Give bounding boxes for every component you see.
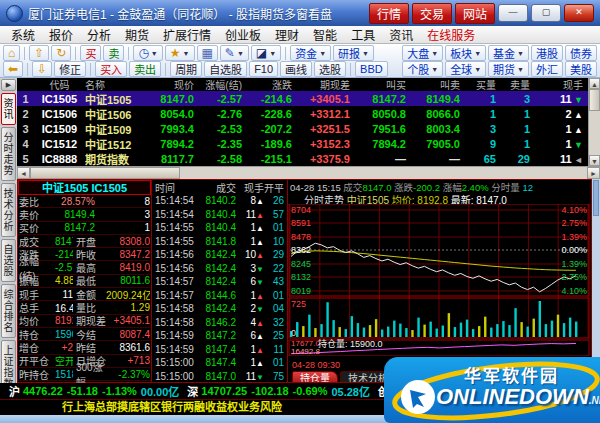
global-menu[interactable]: 全球▼	[445, 61, 486, 77]
toolbar-button-label: 债券	[570, 45, 592, 61]
table-row-IC8888[interactable]: 5IC8888期货指数8117.7-2.58-215.1+3375.9——652…	[17, 151, 588, 166]
menu-item-资讯[interactable]: 资讯	[382, 26, 420, 43]
page-up-icon: ⇧	[34, 46, 44, 60]
column-header-买量[interactable]: 买量	[463, 77, 499, 92]
funds-menu[interactable]: 资金▼	[290, 45, 331, 61]
menu-item-创业板[interactable]: 创业板	[218, 26, 268, 43]
f10-button[interactable]: F10	[249, 61, 278, 77]
bbd-button[interactable]: BBD	[355, 61, 388, 77]
column-header-现价[interactable]: 现价	[147, 77, 197, 92]
hk-stock-button[interactable]: 港股	[531, 45, 563, 61]
stockpick-button[interactable]: 选股	[314, 61, 346, 77]
scroll-thumb[interactable]	[593, 180, 599, 216]
toolbar-separator	[128, 47, 129, 60]
app-window: 厦门证券电信1 - 金鼓盈通（同花顺） - 股指期货多窗看盘 行情交易网站 — …	[0, 0, 600, 423]
buy-in-button[interactable]: 买入	[95, 61, 127, 77]
column-header-现手[interactable]: 现手	[533, 77, 586, 92]
page-up-icon[interactable]: ⇧	[29, 45, 49, 61]
quote-vertical-scrollbar[interactable]: ▲ ▼	[588, 78, 600, 166]
column-header-代码[interactable]: 代码	[37, 77, 85, 92]
table-row-IC1506[interactable]: 2IC1506中证15068054.0-2.76-228.6+3312.1805…	[17, 106, 588, 121]
menu-item-期货[interactable]: 期货	[118, 26, 156, 43]
table-row-IC1512[interactable]: 4IC1512中证15127894.2-2.35-189.6+3152.3789…	[17, 136, 588, 151]
menu-item-工具[interactable]: 工具	[344, 26, 382, 43]
sidebar-item-技术分析[interactable]: 技术分析	[1, 183, 16, 237]
quick-button-交易[interactable]: 交易	[412, 3, 452, 24]
tick-lots: 10▲	[236, 249, 264, 260]
clock-icon[interactable]: ◷▼	[133, 45, 162, 61]
sidebar-item-资讯[interactable]: 资讯	[1, 93, 16, 125]
home-icon[interactable]: ⌂	[3, 45, 20, 61]
table-row-IC1505[interactable]: 1IC1505中证15058147.0-2.57-214.6+3405.1814…	[17, 91, 588, 106]
sidebar-item-分时走势[interactable]: 分时走势	[1, 127, 16, 181]
chart-text: 成交	[343, 182, 362, 192]
favorites-icon[interactable]: ★▼	[165, 45, 195, 61]
tick-column-时间: 时间	[152, 180, 198, 195]
market-menu[interactable]: 大盘▼	[402, 45, 443, 61]
panel-right-scrollbar[interactable]	[592, 179, 600, 383]
quick-button-网站[interactable]: 网站	[455, 3, 495, 24]
sell-out-button[interactable]: 卖出	[129, 61, 161, 77]
quote-horizontal-scrollbar[interactable]: ◄ ►	[17, 166, 600, 179]
minimize-button[interactable]: —	[498, 4, 528, 22]
sidebar-item-自选股[interactable]: 自选股	[1, 239, 16, 282]
close-button[interactable]: ✕	[564, 4, 594, 22]
menu-item-理财[interactable]: 理财	[268, 26, 306, 43]
tick-price: 8142.4	[198, 276, 236, 287]
theme-icon[interactable]: ◪▼	[251, 45, 281, 61]
column-header-期现差[interactable]: 期现差	[295, 77, 353, 92]
maximize-button[interactable]: ▢	[531, 4, 561, 22]
scroll-down-icon[interactable]: ▼	[589, 155, 600, 166]
quick-button-行情[interactable]: 行情	[369, 3, 409, 24]
volume-bar	[545, 324, 547, 337]
pen-icon[interactable]: ✎▼	[220, 45, 249, 61]
menu-item-扩展行情[interactable]: 扩展行情	[156, 26, 218, 43]
refresh-icon[interactable]: ↻	[51, 45, 71, 61]
bond-button[interactable]: 债券	[565, 45, 597, 61]
correct-button[interactable]: 修正	[54, 61, 86, 77]
chart-icon[interactable]: ▦	[197, 45, 218, 61]
scroll-thumb[interactable]	[30, 167, 180, 179]
menu-item-系统[interactable]: 系统	[4, 26, 42, 43]
scroll-up-icon[interactable]: ▲	[589, 78, 600, 89]
volume-bar	[508, 325, 510, 337]
volume-bar	[417, 318, 419, 337]
tick-time: 15:14:58	[152, 303, 198, 314]
tab-持仓量[interactable]: 持仓量	[292, 371, 338, 383]
menu-item-智能[interactable]: 智能	[306, 26, 344, 43]
column-header-卖量[interactable]: 卖量	[499, 77, 533, 92]
sell-button[interactable]: 卖	[103, 45, 124, 61]
scroll-track[interactable]	[180, 167, 587, 179]
watchlist-button[interactable]: 自选股	[204, 61, 247, 77]
us-stock-button[interactable]: 美股	[565, 61, 597, 77]
period-button[interactable]: 周期	[170, 61, 202, 77]
sidebar-expander-icon[interactable]: ▶	[1, 79, 16, 91]
menu-item-报价[interactable]: 报价	[42, 26, 80, 43]
buy-button[interactable]: 买	[80, 45, 101, 61]
column-header-涨幅(结)[interactable]: 涨幅(结)	[197, 77, 245, 92]
column-header-叫买[interactable]: 叫买	[353, 77, 409, 92]
cell: 29	[499, 153, 533, 165]
page-down-icon[interactable]: ⇩	[32, 61, 52, 77]
menu-item-在线服务[interactable]: 在线服务	[420, 26, 482, 43]
fund-menu[interactable]: 基金▼	[488, 45, 529, 61]
sector-menu[interactable]: 板块▼	[445, 45, 486, 61]
forex-button[interactable]: 外汇	[531, 61, 563, 77]
title-bar: 厦门证券电信1 - 金鼓盈通（同花顺） - 股指期货多窗看盘 行情交易网站 — …	[0, 0, 600, 26]
scroll-left-icon[interactable]: ◄	[17, 167, 30, 179]
scroll-right-icon[interactable]: ►	[587, 167, 600, 179]
menu-item-分析[interactable]: 分析	[80, 26, 118, 43]
futures-menu[interactable]: 期货▼	[488, 61, 529, 77]
scroll-thumb[interactable]	[589, 89, 600, 111]
reports-menu[interactable]: 研报▼	[333, 45, 374, 61]
chevron-down-icon: ▼	[362, 50, 369, 57]
table-row-IC1509[interactable]: 3IC1509中证15097993.4-2.53-207.2+3251.5795…	[17, 121, 588, 136]
drawline-button[interactable]: 画线	[280, 61, 312, 77]
tick-arrow-icon: ▲	[256, 359, 264, 368]
column-header-叫卖[interactable]: 叫卖	[409, 77, 463, 92]
sidebar-item-综合排名[interactable]: 综合排名	[1, 284, 16, 338]
column-header-涨跌[interactable]: 涨跌	[245, 77, 295, 92]
trend-arrow-icon: ▼	[572, 140, 583, 150]
back-icon[interactable]: ⬅	[3, 61, 23, 77]
stock-menu[interactable]: 个股▼	[402, 61, 443, 77]
